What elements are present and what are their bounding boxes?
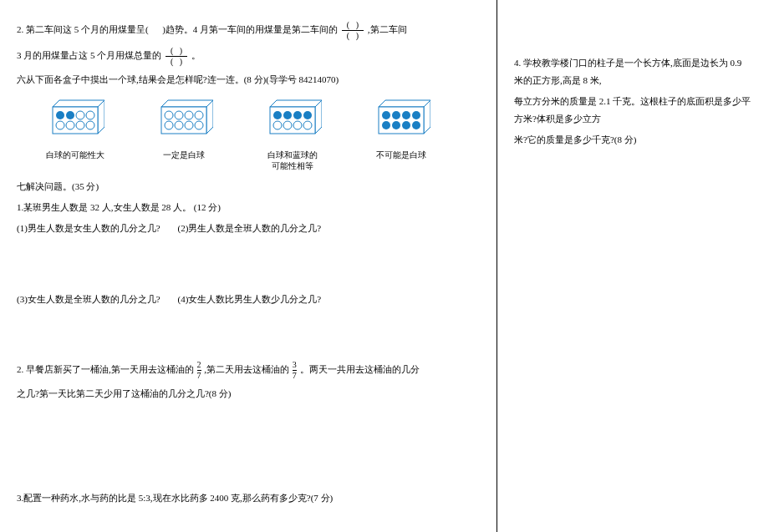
svg-point-4 [66, 111, 74, 119]
q6-title: 六从下面各盒子中摸出一个球,结果会是怎样呢?连一连。(8 分)(导学号 8421… [17, 71, 480, 89]
svg-marker-33 [379, 100, 430, 107]
q7-2-line2: 之几?第一天比第二天少用了这桶油的几分之几?(8 分) [17, 385, 480, 403]
svg-point-41 [392, 121, 400, 129]
spacer [17, 406, 480, 489]
box-2: 一定是白球 [150, 97, 217, 171]
svg-point-7 [56, 121, 64, 129]
q7-2-line1: 2. 早餐店新买了一桶油,第一天用去这桶油的 2 7 ,第二天用去这桶油的 3 … [17, 361, 480, 380]
text: ,第二天用去这桶油的 [204, 364, 289, 374]
box-label-4: 不可能是白球 [376, 149, 426, 160]
spacer [17, 241, 480, 291]
q2-line2: 3 月的用煤量占这 5 个月用煤总量的 ( ) ( ) 。 [17, 47, 480, 66]
box-label-3: 白球和蓝球的可能性相等 [267, 149, 318, 171]
svg-point-28 [303, 111, 312, 119]
spacer [514, 21, 752, 54]
svg-marker-11 [161, 100, 213, 107]
fraction-3-7: 3 7 [293, 361, 297, 380]
q7-1-subs-a: (1)男生人数是女生人数的几分之几? (2)男生人数是全班人数的几分之几? [17, 220, 480, 237]
box-label-2: 一定是白球 [163, 149, 205, 160]
text: 。 [191, 50, 201, 60]
blank [150, 24, 160, 34]
box-svg-1 [46, 97, 104, 134]
svg-marker-22 [270, 100, 322, 107]
box-label-1: 白球的可能性大 [46, 149, 104, 160]
svg-point-40 [382, 121, 390, 129]
fraction-blank: ( ) ( ) [166, 47, 187, 66]
svg-point-29 [273, 121, 282, 129]
svg-point-18 [165, 121, 173, 129]
svg-point-19 [175, 121, 183, 129]
q7-1-sub3: (3)女生人数是全班人数的几分之几? [17, 291, 160, 308]
spacer [17, 311, 480, 361]
svg-point-3 [56, 111, 64, 119]
q7-1-subs-b: (3)女生人数是全班人数的几分之几? (4)女生人数比男生人数少几分之几? [17, 291, 480, 308]
box-3: 白球和蓝球的可能性相等 [259, 97, 326, 171]
box-1: 白球的可能性大 [42, 97, 109, 171]
svg-point-14 [165, 111, 173, 119]
svg-rect-35 [379, 107, 424, 134]
text: 2. 早餐店新买了一桶油,第一天用去这桶油的 [17, 364, 194, 374]
svg-point-30 [283, 121, 292, 129]
svg-point-42 [402, 121, 410, 129]
text: ,第二车间 [368, 24, 407, 34]
svg-point-17 [195, 111, 203, 119]
box-4: 不可能是白球 [368, 97, 435, 171]
svg-point-9 [76, 121, 84, 129]
q4-line1: 4. 学校教学楼门口的柱子是一个长方体,底面是边长为 0.9 米的正方形,高是 … [514, 54, 752, 89]
svg-point-31 [293, 121, 302, 129]
text: 2. 第二车间这 5 个月的用煤量呈( [17, 24, 149, 34]
q4-line2: 每立方分米的质量是 2.1 千克。这根柱子的底面积是多少平方米?体积是多少立方 [514, 93, 752, 128]
text: 3 月的用煤量占这 5 个月用煤总量的 [17, 50, 161, 60]
svg-point-32 [303, 121, 312, 129]
q7-1-sub4: (4)女生人数比男生人数少几分之几? [177, 291, 321, 308]
box-svg-2 [155, 97, 213, 134]
q7-1-main: 1.某班男生人数是 32 人,女生人数是 28 人。 (12 分) [17, 199, 480, 216]
fraction-blank: ( ) ( ) [342, 21, 364, 40]
svg-point-21 [195, 121, 203, 129]
svg-point-16 [185, 111, 193, 119]
text: )趋势。4 月第一车间的用煤量是第二车间的 [162, 24, 338, 34]
box-svg-4 [372, 97, 430, 134]
svg-point-6 [86, 111, 94, 119]
text: 。两天一共用去这桶油的几分 [300, 364, 420, 374]
svg-point-43 [412, 121, 420, 129]
q7-1-sub2: (2)男生人数是全班人数的几分之几? [177, 220, 321, 237]
left-column: 2. 第二车间这 5 个月的用煤量呈( )趋势。4 月第一车间的用煤量是第二车间… [0, 0, 497, 532]
q7-title: 七解决问题。(35 分) [17, 178, 480, 195]
fraction-2-7: 2 7 [197, 361, 201, 380]
q2-line1: 2. 第二车间这 5 个月的用煤量呈( )趋势。4 月第一车间的用煤量是第二车间… [17, 21, 480, 40]
boxes-row: 白球的可能性大 一定是白球 [42, 97, 480, 171]
svg-point-36 [382, 111, 390, 119]
svg-point-25 [273, 111, 282, 119]
svg-point-20 [185, 121, 193, 129]
q4-line3: 米?它的质量是多少千克?(8 分) [514, 131, 752, 149]
svg-marker-0 [53, 100, 104, 107]
svg-point-38 [402, 111, 410, 119]
svg-point-27 [293, 111, 302, 119]
box-svg-3 [263, 97, 322, 134]
svg-point-37 [392, 111, 400, 119]
svg-point-5 [76, 111, 84, 119]
svg-point-8 [66, 121, 74, 129]
svg-point-39 [412, 111, 420, 119]
q7-1-sub1: (1)男生人数是女生人数的几分之几? [17, 220, 160, 237]
q7-3: 3.配置一种药水,水与药的比是 5:3,现在水比药多 2400 克,那么药有多少… [17, 489, 480, 507]
svg-point-15 [175, 111, 183, 119]
svg-point-26 [283, 111, 292, 119]
svg-point-10 [86, 121, 94, 129]
right-column: 4. 学校教学楼门口的柱子是一个长方体,底面是边长为 0.9 米的正方形,高是 … [497, 0, 769, 532]
